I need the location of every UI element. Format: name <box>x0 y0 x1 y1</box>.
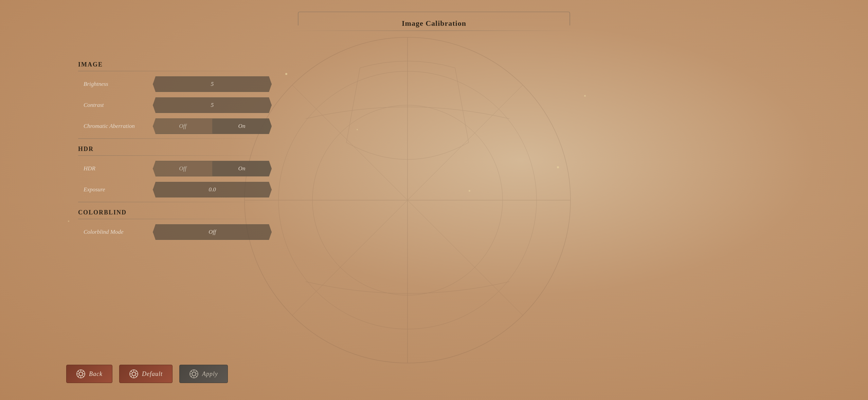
colorblind-section-divider <box>78 219 272 219</box>
colorblind-section-header: COLORBLIND <box>78 209 272 216</box>
exposure-label: Exposure <box>78 186 153 193</box>
svg-line-25 <box>135 375 137 377</box>
title-underline <box>291 31 577 31</box>
contrast-label: Contrast <box>78 102 153 109</box>
hdr-section: HDR HDR Off On Exposure 0.0 <box>78 146 272 198</box>
panel-title-container: Image Calibration <box>349 19 519 31</box>
apply-label: Apply <box>202 370 218 378</box>
sparkle-6 <box>68 221 69 222</box>
exposure-row: Exposure 0.0 <box>78 181 272 198</box>
hdr-row: HDR Off On <box>78 160 272 177</box>
settings-panel: IMAGE Brightness 5 Contrast 5 Chromatic … <box>78 27 272 244</box>
chromatic-aberration-off[interactable]: Off <box>153 119 212 134</box>
hdr-toggle[interactable]: Off On <box>153 161 272 176</box>
hdr-section-divider <box>78 155 272 156</box>
hdr-colorblind-divider <box>78 202 272 202</box>
svg-line-36 <box>195 371 197 373</box>
default-button[interactable]: Default <box>119 365 173 383</box>
image-hdr-divider <box>78 138 272 139</box>
back-button[interactable]: Back <box>66 365 112 383</box>
chromatic-aberration-label: Chromatic Aberration <box>78 123 153 130</box>
svg-line-37 <box>191 375 193 377</box>
apply-button[interactable]: Apply <box>179 365 228 383</box>
svg-line-15 <box>82 375 84 377</box>
contrast-value: 5 <box>211 102 214 109</box>
hdr-section-header: HDR <box>78 146 272 153</box>
image-section-header: IMAGE <box>78 61 272 68</box>
chromatic-aberration-on[interactable]: On <box>212 119 271 134</box>
brightness-row: Brightness 5 <box>78 75 272 93</box>
brightness-slider[interactable]: 5 <box>153 76 272 92</box>
back-icon <box>76 369 86 379</box>
svg-line-24 <box>131 371 132 373</box>
svg-line-14 <box>78 371 80 373</box>
contrast-slider[interactable]: 5 <box>153 97 272 113</box>
sparkle-5 <box>469 190 470 192</box>
colorblind-section: COLORBLIND Colorblind Mode Off <box>78 209 272 241</box>
svg-line-35 <box>195 375 197 377</box>
svg-line-34 <box>191 371 193 373</box>
hdr-on[interactable]: On <box>212 161 271 176</box>
panel-title: Image Calibration <box>349 19 519 28</box>
exposure-slider[interactable]: 0.0 <box>153 182 272 197</box>
colorblind-mode-row: Colorblind Mode Off <box>78 223 272 241</box>
hdr-label: HDR <box>78 165 153 172</box>
brightness-label: Brightness <box>78 81 153 88</box>
chromatic-aberration-toggle[interactable]: Off On <box>153 118 272 134</box>
svg-line-17 <box>78 375 80 377</box>
exposure-value: 0.0 <box>209 186 216 193</box>
image-section: IMAGE Brightness 5 Contrast 5 Chromatic … <box>78 61 272 135</box>
sparkle-1 <box>285 73 287 75</box>
sparkle-2 <box>584 95 586 97</box>
default-label: Default <box>142 370 163 378</box>
contrast-row: Contrast 5 <box>78 96 272 114</box>
sparkle-3 <box>357 129 358 130</box>
sparkle-4 <box>557 166 559 168</box>
default-icon <box>129 369 139 379</box>
bottom-bar: Back Default <box>66 365 228 383</box>
apply-icon <box>189 369 199 379</box>
svg-line-26 <box>135 371 137 373</box>
image-section-divider <box>78 71 272 71</box>
back-label: Back <box>89 370 103 378</box>
colorblind-mode-label: Colorblind Mode <box>78 229 153 235</box>
chromatic-aberration-row: Chromatic Aberration Off On <box>78 117 272 135</box>
colorblind-mode-toggle[interactable]: Off <box>153 224 272 240</box>
svg-line-27 <box>131 375 132 377</box>
hdr-off[interactable]: Off <box>153 161 212 176</box>
colorblind-mode-value: Off <box>209 229 216 235</box>
svg-line-16 <box>82 371 84 373</box>
brightness-value: 5 <box>211 81 214 88</box>
